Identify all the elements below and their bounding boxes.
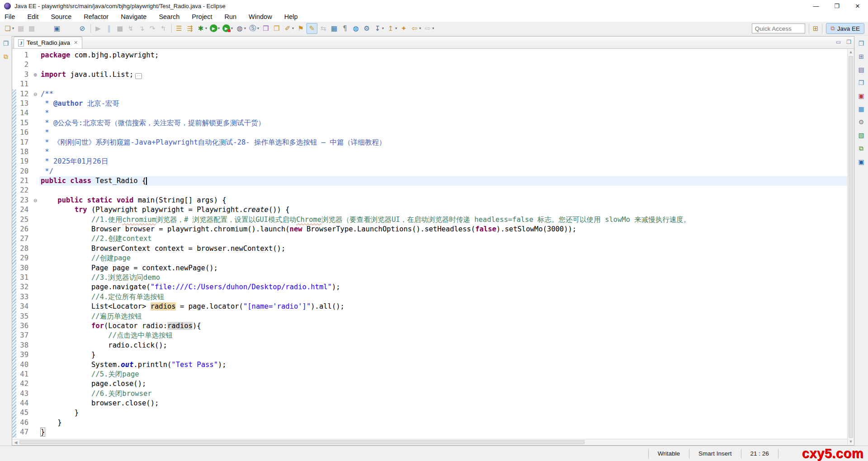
code-line[interactable]: 28 BrowserContext context = browser.newC… <box>12 244 847 254</box>
code-text[interactable]: import java.util.List;·· <box>39 70 847 80</box>
run-icon-dropdown[interactable]: ▾ <box>218 26 220 30</box>
code-text[interactable]: try (Playwright playwright = Playwright.… <box>39 205 847 215</box>
code-text[interactable]: radio.click(); <box>39 341 847 350</box>
code-text[interactable]: * @公众号:北京宏哥（微信搜索，关注宏哥，提前解锁更多测试干货） <box>39 118 847 128</box>
code-text[interactable]: } <box>39 408 847 418</box>
new-java-element-icon[interactable]: ✦ <box>399 23 409 34</box>
code-text[interactable]: * <box>39 147 847 157</box>
line-number[interactable]: 19 <box>16 157 32 166</box>
stop-icon[interactable]: ■ <box>115 23 125 34</box>
line-number[interactable]: 26 <box>16 225 32 234</box>
scroll-up-arrow[interactable]: ▲ <box>848 49 854 56</box>
vertical-scroll-thumb[interactable] <box>849 56 853 438</box>
properties-icon[interactable]: ⚙ <box>859 118 864 126</box>
web-service-icon[interactable]: Ⓢ▾ <box>248 23 260 34</box>
step-return-icon[interactable]: ↰ <box>158 23 168 34</box>
open-perspective-icon[interactable]: ⊞ <box>813 24 819 33</box>
code-text[interactable]: List<Locator> radios = page.locator("[na… <box>39 302 847 311</box>
code-line[interactable]: 18 * <box>12 147 847 157</box>
console-icon[interactable]: ▣ <box>858 158 864 165</box>
last-edit-location-icon[interactable]: ⚑ <box>296 23 306 34</box>
code-text[interactable]: //2.创建context <box>39 234 847 244</box>
code-line[interactable]: 37 //点击选中单选按钮 <box>12 331 847 340</box>
menu-window[interactable]: Window <box>249 13 272 20</box>
new-wizard-icon[interactable]: ❏▾ <box>3 23 15 34</box>
code-text[interactable]: //创建page <box>39 254 847 263</box>
line-number[interactable]: 22 <box>16 186 32 195</box>
step-into-icon[interactable]: ↴ <box>137 23 146 34</box>
line-number[interactable]: 28 <box>16 244 32 254</box>
code-text[interactable]: } <box>39 418 847 428</box>
project-explorer-icon[interactable]: ⧉ <box>4 53 8 61</box>
code-line[interactable]: 2 <box>12 60 847 70</box>
code-line[interactable]: 45 } <box>12 408 847 418</box>
link-with-editor-icon[interactable]: ⇆ <box>318 23 328 34</box>
code-text[interactable] <box>39 60 847 70</box>
scroll-down-arrow[interactable]: ▼ <box>848 438 854 445</box>
line-number[interactable]: 37 <box>16 331 32 340</box>
line-number[interactable]: 12 <box>16 89 32 99</box>
code-line[interactable]: 44 browser.close(); <box>12 399 847 408</box>
code-text[interactable]: //3.浏览器访问demo <box>39 273 847 282</box>
line-number[interactable]: 35 <box>16 312 32 321</box>
code-line[interactable]: 42 page.close(); <box>12 379 847 389</box>
code-line[interactable]: 21public class Test_Radio { <box>12 176 847 186</box>
quick-access-input[interactable] <box>752 24 805 33</box>
new-wizard-icon-dropdown[interactable]: ▾ <box>12 26 14 30</box>
resume-icon[interactable]: ▶ <box>93 23 103 34</box>
code-line[interactable]: 43 //6.关闭browser <box>12 389 847 399</box>
back-icon-dropdown[interactable]: ▾ <box>419 26 421 30</box>
code-line[interactable]: 17 * 《刚刚问世》系列初窥篇-Java+Playwright自动化测试-28… <box>12 138 847 147</box>
code-line[interactable]: 12⊖/** <box>12 89 847 99</box>
line-number[interactable]: 23 <box>16 196 32 205</box>
code-text[interactable]: * 2025年01月26日 <box>39 157 847 166</box>
run-icon[interactable]: ▶▾ <box>209 23 221 34</box>
code-line[interactable]: 41 //5.关闭page <box>12 370 847 379</box>
line-number[interactable]: 34 <box>16 302 32 311</box>
search-icon-dropdown[interactable]: ▾ <box>292 26 294 30</box>
code-editor[interactable]: 1package com.bjhg.playwright;23⊕import j… <box>12 49 847 439</box>
code-line[interactable]: 15 * @公众号:北京宏哥（微信搜索，关注宏哥，提前解锁更多测试干货） <box>12 118 847 128</box>
show-view-icon[interactable]: ▦ <box>329 23 339 34</box>
line-number[interactable]: 14 <box>16 108 32 118</box>
line-number[interactable]: 27 <box>16 234 32 244</box>
scroll-left-arrow[interactable]: ◀ <box>12 440 19 445</box>
debug-icon-dropdown[interactable]: ▾ <box>205 26 207 30</box>
minimize-editor-icon[interactable]: ▭ <box>836 39 841 45</box>
code-line[interactable]: 29 //创建page <box>12 254 847 263</box>
mark-occurrences-icon[interactable]: ✎ <box>307 23 317 34</box>
code-text[interactable]: /** <box>39 89 847 99</box>
code-line[interactable]: 27 //2.创建context <box>12 234 847 244</box>
code-line[interactable]: 36 for(Locator radio:radios){ <box>12 321 847 331</box>
code-line[interactable]: 35 //遍历单选按钮 <box>12 312 847 321</box>
code-text[interactable]: * <box>39 128 847 137</box>
line-number[interactable]: 44 <box>16 399 32 408</box>
code-text[interactable]: browser.close(); <box>39 399 847 408</box>
line-number[interactable]: 41 <box>16 370 32 379</box>
coverage-icon[interactable]: ▶▾ <box>222 23 234 34</box>
restore-window-button[interactable]: ❐ <box>826 0 847 12</box>
menu-project[interactable]: Project <box>192 13 212 20</box>
menu-file[interactable]: File <box>5 13 15 20</box>
tab-test-radio-java[interactable]: J Test_Radio.java ✕ <box>14 37 82 48</box>
line-number[interactable]: 43 <box>16 389 32 399</box>
code-text[interactable]: //1.使用chromium浏览器，# 浏览器配置，设置以GUI模式启动Chro… <box>39 215 847 225</box>
code-text[interactable]: public static void main(String[] args) { <box>39 196 847 205</box>
open-type-icon[interactable]: ❒ <box>261 23 271 34</box>
menu-navigate[interactable]: Navigate <box>121 13 146 20</box>
code-text[interactable]: page.close(); <box>39 379 847 389</box>
line-number[interactable]: 42 <box>16 379 32 389</box>
code-text[interactable]: } <box>39 350 847 360</box>
show-whitespace-icon[interactable]: ¶ <box>340 23 350 34</box>
code-line[interactable]: 30 Page page = context.newPage(); <box>12 263 847 273</box>
restore-left-pane-icon[interactable]: ❐ <box>3 40 9 47</box>
code-text[interactable]: package com.bjhg.playwright; <box>39 51 847 60</box>
pause-icon[interactable]: ‖ <box>104 23 114 34</box>
line-number[interactable]: 47 <box>16 428 32 437</box>
code-line[interactable]: 3⊕import java.util.List;·· <box>12 70 847 80</box>
restore-right-pane-icon[interactable]: ❐ <box>859 40 864 47</box>
code-text[interactable]: BrowserContext context = browser.newCont… <box>39 244 847 254</box>
code-line[interactable]: 1package com.bjhg.playwright; <box>12 51 847 60</box>
line-number[interactable]: 39 <box>16 350 32 360</box>
vertical-scrollbar[interactable]: ▲ ▼ <box>847 49 854 445</box>
